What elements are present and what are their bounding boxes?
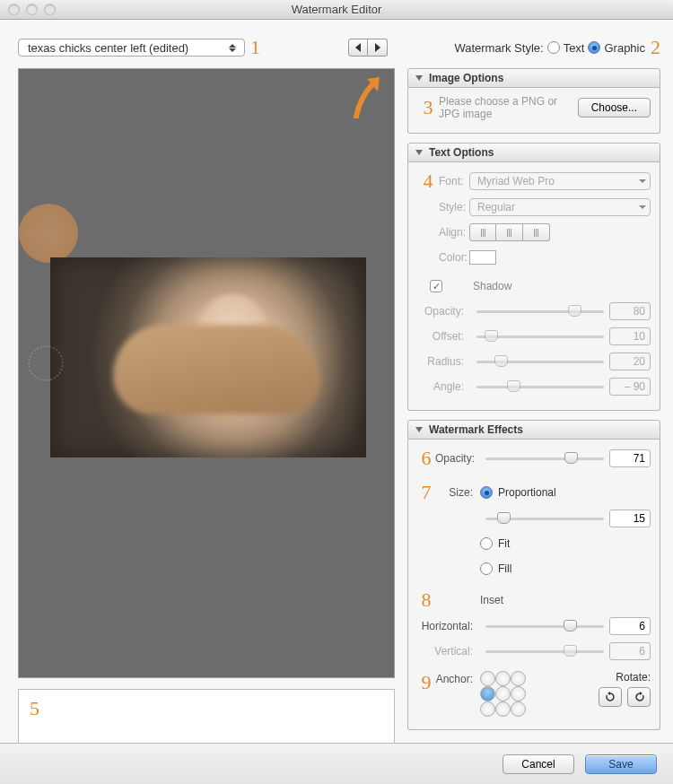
annotation-3: 3 [417, 96, 439, 119]
nav-arrows [348, 39, 388, 57]
preset-select-value: texas chicks center left (edited) [28, 41, 188, 55]
watermark-style-label: Watermark Style: [454, 41, 543, 55]
watermark-style-group: Watermark Style: Text Graphic 2 [454, 36, 660, 59]
text-options-panel: 4 Font: Myriad Web Pro Style: Regular Al… [407, 162, 660, 411]
text-options-header[interactable]: Text Options [407, 143, 660, 162]
shadow-offset-value[interactable] [609, 327, 651, 345]
color-label: Color: [439, 251, 469, 264]
dialog-footer: Cancel Save [0, 743, 673, 784]
annotation-7: 7 [417, 481, 435, 504]
anchor-mc[interactable] [495, 686, 511, 701]
annotation-1: 1 [250, 36, 260, 59]
font-style-select[interactable]: Regular [469, 198, 651, 216]
shadow-checkbox[interactable] [430, 280, 442, 292]
next-button[interactable] [368, 39, 388, 57]
inset-horizontal-value[interactable] [609, 617, 651, 635]
anchor-bl[interactable] [480, 701, 495, 717]
image-options-header[interactable]: Image Options [407, 68, 660, 88]
style-text-label: Text [564, 41, 585, 55]
inset-label: Inset [480, 594, 503, 606]
shadow-angle-value[interactable] [609, 378, 651, 396]
watermark-overlay-small [28, 345, 64, 381]
shadow-opacity-value[interactable] [609, 302, 651, 320]
chevron-left-icon [355, 43, 361, 52]
anchor-tc[interactable] [495, 671, 511, 686]
preset-select[interactable]: texas chicks center left (edited) [18, 39, 245, 57]
style-text-radio[interactable] [547, 41, 560, 54]
cancel-button[interactable]: Cancel [503, 754, 574, 774]
alignment-buttons [469, 223, 550, 241]
anchor-grid [480, 671, 526, 717]
align-center-button[interactable] [496, 223, 523, 241]
rotate-label: Rotate: [599, 671, 651, 684]
annotation-5: 5 [30, 697, 39, 719]
size-proportional-label: Proportional [498, 486, 556, 499]
preview-canvas[interactable] [18, 68, 395, 678]
select-stepper-icon [229, 40, 241, 55]
image-options-title: Image Options [429, 72, 503, 84]
disclosure-icon [415, 150, 423, 155]
style-label: Style: [439, 201, 469, 213]
anchor-label: Anchor: [435, 671, 480, 685]
align-right-button[interactable] [523, 223, 550, 241]
shadow-radius-label: Radius: [417, 355, 471, 368]
image-options-hint: Please choose a PNG or JPG image [439, 95, 578, 120]
shadow-offset-slider[interactable] [476, 328, 604, 344]
shadow-opacity-label: Opacity: [417, 305, 471, 318]
effects-opacity-label: Opacity: [435, 452, 480, 465]
inset-vertical-value[interactable] [609, 642, 651, 660]
size-fill-radio[interactable] [480, 562, 493, 575]
save-button[interactable]: Save [585, 754, 657, 774]
watermark-effects-header[interactable]: Watermark Effects [407, 420, 660, 440]
annotation-2: 2 [651, 36, 660, 59]
choose-button[interactable]: Choose... [578, 98, 651, 118]
anchor-tr[interactable] [511, 671, 526, 686]
shadow-radius-value[interactable] [609, 353, 651, 370]
style-graphic-radio[interactable] [588, 41, 600, 54]
chevron-down-icon [639, 179, 646, 183]
size-slider[interactable] [485, 510, 604, 527]
annotation-6: 6 [417, 447, 435, 470]
shadow-angle-slider[interactable] [476, 379, 604, 395]
inset-horizontal-slider[interactable] [485, 618, 604, 634]
shadow-radius-slider[interactable] [476, 353, 604, 370]
inset-vertical-slider[interactable] [485, 643, 604, 659]
watermark-overlay-large [19, 204, 78, 263]
text-input-area[interactable]: 5 [18, 689, 395, 747]
effects-opacity-value[interactable] [609, 449, 651, 467]
anchor-bc[interactable] [495, 701, 511, 717]
rotate-cw-button[interactable] [599, 687, 622, 707]
align-label: Align: [439, 226, 469, 239]
size-value[interactable] [609, 510, 651, 527]
anchor-br[interactable] [511, 701, 526, 717]
annotation-8: 8 [417, 588, 435, 612]
color-swatch[interactable] [469, 250, 496, 265]
top-toolbar: texas chicks center left (edited) 1 Wate… [0, 20, 673, 68]
text-options-title: Text Options [429, 146, 494, 159]
inset-horizontal-label: Horizontal: [417, 620, 480, 632]
image-options-panel: 3 Please choose a PNG or JPG image Choos… [407, 88, 660, 134]
shadow-opacity-slider[interactable] [476, 303, 604, 319]
font-select[interactable]: Myriad Web Pro [469, 172, 651, 190]
anchor-mr[interactable] [511, 686, 526, 701]
chevron-down-icon [639, 205, 646, 209]
annotation-9: 9 [417, 671, 435, 694]
size-fill-label: Fill [498, 562, 511, 575]
size-fit-label: Fit [498, 537, 510, 550]
anchor-ml[interactable] [480, 686, 495, 701]
shadow-angle-label: Angle: [417, 380, 471, 393]
annotation-4: 4 [417, 170, 439, 193]
anchor-tl[interactable] [480, 671, 495, 686]
prev-button[interactable] [348, 39, 368, 57]
style-graphic-label: Graphic [604, 41, 645, 55]
shadow-label: Shadow [473, 280, 511, 292]
align-left-button[interactable] [469, 223, 496, 241]
effects-opacity-slider[interactable] [485, 450, 604, 466]
rotate-ccw-button[interactable] [627, 687, 651, 707]
size-fit-radio[interactable] [480, 537, 493, 550]
disclosure-icon [415, 75, 423, 81]
chevron-right-icon [375, 43, 380, 52]
size-proportional-radio[interactable] [480, 486, 493, 499]
disclosure-icon [415, 427, 423, 432]
rotate-ccw-icon [634, 692, 645, 703]
